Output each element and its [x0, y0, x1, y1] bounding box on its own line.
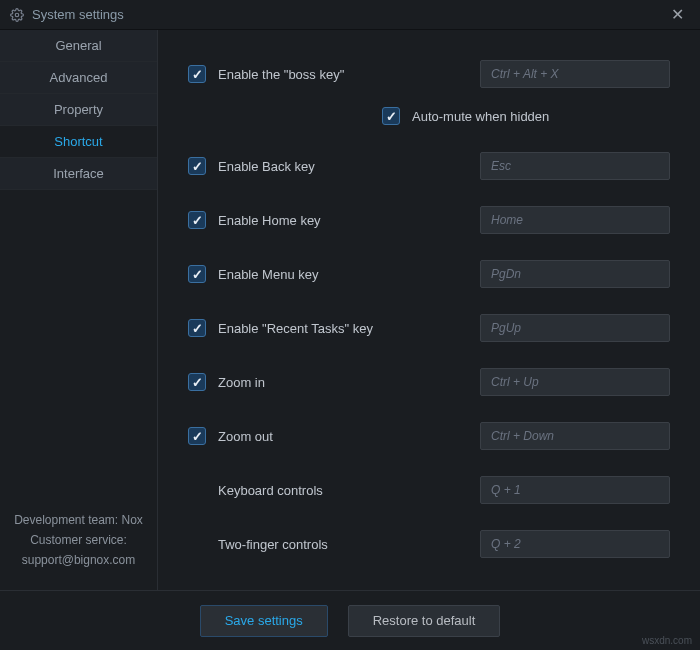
checkbox-back-key[interactable]: [188, 157, 206, 175]
gear-icon: [10, 8, 24, 22]
checkbox-boss-key[interactable]: [188, 65, 206, 83]
label-back-key: Enable Back key: [218, 159, 315, 174]
row-home-key: Enable Home key Home: [188, 206, 670, 234]
sidebar: General Advanced Property Shortcut Inter…: [0, 30, 158, 590]
hotkey-zoom-in[interactable]: Ctrl + Up: [480, 368, 670, 396]
restore-default-button[interactable]: Restore to default: [348, 605, 501, 637]
save-button[interactable]: Save settings: [200, 605, 328, 637]
checkbox-zoom-out[interactable]: [188, 427, 206, 445]
hotkey-boss-key[interactable]: Ctrl + Alt + X: [480, 60, 670, 88]
close-icon[interactable]: ✕: [665, 3, 690, 26]
row-zoom-in: Zoom in Ctrl + Up: [188, 368, 670, 396]
label-twofinger-controls: Two-finger controls: [218, 537, 328, 552]
hotkey-home-key[interactable]: Home: [480, 206, 670, 234]
content-panel: Enable the "boss key" Ctrl + Alt + X Aut…: [158, 30, 700, 590]
hotkey-menu-key[interactable]: PgDn: [480, 260, 670, 288]
checkbox-auto-mute[interactable]: [382, 107, 400, 125]
label-auto-mute: Auto-mute when hidden: [412, 109, 549, 124]
label-menu-key: Enable Menu key: [218, 267, 318, 282]
sidebar-item-shortcut[interactable]: Shortcut: [0, 126, 157, 158]
checkbox-zoom-in[interactable]: [188, 373, 206, 391]
row-auto-mute: Auto-mute when hidden: [382, 102, 670, 130]
sidebar-item-interface[interactable]: Interface: [0, 158, 157, 190]
sidebar-footer: Development team: Nox Customer service: …: [0, 498, 157, 590]
hotkey-keyboard-controls[interactable]: Q + 1: [480, 476, 670, 504]
watermark: wsxdn.com: [642, 635, 692, 646]
row-zoom-out: Zoom out Ctrl + Down: [188, 422, 670, 450]
window-title: System settings: [32, 7, 124, 22]
label-home-key: Enable Home key: [218, 213, 321, 228]
checkbox-home-key[interactable]: [188, 211, 206, 229]
label-keyboard-controls: Keyboard controls: [218, 483, 323, 498]
dev-team-label: Development team: Nox: [10, 510, 147, 530]
label-zoom-out: Zoom out: [218, 429, 273, 444]
hotkey-recent-tasks[interactable]: PgUp: [480, 314, 670, 342]
hotkey-back-key[interactable]: Esc: [480, 152, 670, 180]
row-twofinger-controls: Two-finger controls Q + 2: [188, 530, 670, 558]
label-recent-tasks: Enable "Recent Tasks" key: [218, 321, 373, 336]
row-back-key: Enable Back key Esc: [188, 152, 670, 180]
footer: Save settings Restore to default: [0, 590, 700, 650]
support-label: Customer service:: [10, 530, 147, 550]
label-boss-key: Enable the "boss key": [218, 67, 344, 82]
sidebar-item-advanced[interactable]: Advanced: [0, 62, 157, 94]
checkbox-recent-tasks[interactable]: [188, 319, 206, 337]
row-keyboard-controls: Keyboard controls Q + 1: [188, 476, 670, 504]
sidebar-item-property[interactable]: Property: [0, 94, 157, 126]
hotkey-zoom-out[interactable]: Ctrl + Down: [480, 422, 670, 450]
main-area: General Advanced Property Shortcut Inter…: [0, 30, 700, 590]
checkbox-menu-key[interactable]: [188, 265, 206, 283]
row-boss-key: Enable the "boss key" Ctrl + Alt + X: [188, 60, 670, 88]
titlebar: System settings ✕: [0, 0, 700, 30]
support-email: support@bignox.com: [10, 550, 147, 570]
svg-point-0: [15, 13, 19, 17]
hotkey-twofinger-controls[interactable]: Q + 2: [480, 530, 670, 558]
row-menu-key: Enable Menu key PgDn: [188, 260, 670, 288]
sidebar-item-general[interactable]: General: [0, 30, 157, 62]
label-zoom-in: Zoom in: [218, 375, 265, 390]
row-recent-tasks: Enable "Recent Tasks" key PgUp: [188, 314, 670, 342]
